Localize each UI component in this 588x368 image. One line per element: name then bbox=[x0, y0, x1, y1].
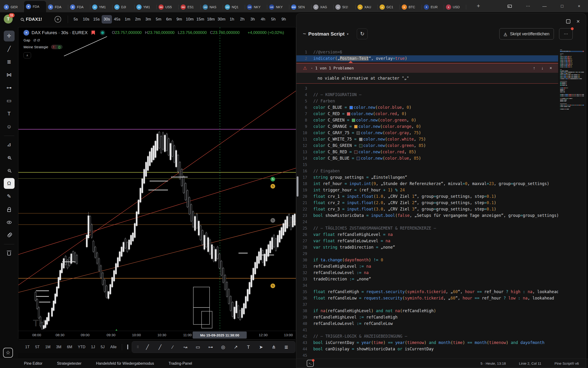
code-line[interactable]: 12color C_BG_GREEN = color.new(color.gre… bbox=[296, 142, 558, 149]
timeframe-1m[interactable]: 1m bbox=[122, 15, 133, 24]
timeframe-30m[interactable]: 30m bbox=[216, 15, 227, 24]
code-line[interactable]: 3 bbox=[296, 85, 558, 92]
code-line[interactable]: 40refCandleLowLevel := refCandleLow bbox=[296, 321, 558, 327]
color-swatch[interactable] bbox=[350, 106, 353, 109]
range-3m[interactable]: 3M bbox=[54, 343, 64, 350]
browser-tab[interactable]: ✕FDA bbox=[46, 2, 68, 12]
time-axis-label[interactable]: 09:30 bbox=[106, 333, 115, 337]
code-line[interactable]: 19int trigger_hour = (ref_hour + 1) % 24 bbox=[296, 187, 558, 193]
ray-line[interactable]: ╱ bbox=[154, 342, 166, 352]
timeframe-3m[interactable]: 3m bbox=[143, 15, 153, 24]
code-line[interactable]: 11color C_WHITE_75 = color.new(color.whi… bbox=[296, 136, 558, 142]
editor-more-button[interactable]: ⋯ bbox=[559, 28, 573, 40]
code-line[interactable]: 45 bbox=[296, 352, 558, 358]
color-swatch[interactable] bbox=[357, 131, 360, 135]
browser-tab[interactable]: 100NQ1 bbox=[223, 2, 245, 12]
code-line[interactable]: 26var float refCandleHighLevel = na bbox=[296, 231, 558, 238]
chart-title[interactable]: DAX Futures · 30s · EUREX bbox=[32, 30, 88, 35]
timeframe-5s[interactable]: 5s bbox=[70, 15, 81, 24]
color-swatch[interactable] bbox=[354, 150, 358, 154]
browser-tab[interactable]: ▲XAG bbox=[311, 2, 333, 12]
xabcd-pattern-tool[interactable]: ⋈ bbox=[4, 69, 15, 80]
time-axis-label[interactable]: 08:30 bbox=[55, 333, 64, 337]
browser-tab[interactable]: 30YM1 bbox=[134, 2, 157, 12]
range-1j[interactable]: 1J bbox=[89, 343, 97, 350]
color-swatch[interactable] bbox=[352, 119, 355, 122]
code-line[interactable]: 30if ta.change(dayofmonth) != 0 bbox=[296, 257, 558, 263]
code-line[interactable]: 28var string tradeDirection = „none“ bbox=[296, 244, 558, 250]
arrow[interactable]: ↗ bbox=[230, 342, 242, 352]
rectangle[interactable]: ▭ bbox=[192, 342, 204, 352]
code-minimap[interactable] bbox=[560, 49, 584, 110]
timeframe-10s[interactable]: 10s bbox=[81, 15, 91, 24]
compare-symbol-button[interactable]: + bbox=[54, 16, 61, 23]
measure-ruler-tool[interactable]: ⊿ bbox=[4, 139, 15, 150]
timeframe-4h[interactable]: 4h bbox=[258, 15, 268, 24]
browser-tab[interactable]: 500ES1 bbox=[179, 2, 201, 12]
editor-close-icon[interactable]: × bbox=[577, 19, 580, 24]
parallel-lines[interactable]: ≣ bbox=[280, 342, 292, 352]
time-axis-label[interactable]: 09:00 bbox=[81, 333, 90, 337]
code-line[interactable]: 33tradeDirection := „none“ bbox=[296, 276, 558, 282]
cursor-arrow[interactable]: ➤ bbox=[255, 342, 267, 352]
code-line[interactable]: 15 bbox=[296, 162, 558, 168]
go-to-date-button[interactable] bbox=[125, 343, 131, 350]
emoji-tool[interactable]: ☺ bbox=[4, 121, 15, 132]
timeframe-9m[interactable]: 9m bbox=[174, 15, 184, 24]
code-line[interactable]: 25// — TÄGLICHES ZUSTANDSMANAGEMENT & RE… bbox=[296, 225, 558, 231]
timeframe-1h[interactable]: 1h bbox=[227, 15, 237, 24]
zoom-in-tool[interactable]: + bbox=[4, 152, 15, 163]
code-line[interactable]: 9color C_ORANGE = color.new(color.orange… bbox=[296, 123, 558, 130]
timeframe-45s[interactable]: 45s bbox=[112, 15, 122, 24]
timeframe-9h[interactable]: 9h bbox=[279, 15, 289, 24]
browser-tab[interactable]: 500US5 bbox=[157, 2, 179, 12]
polyline[interactable]: ↝ bbox=[179, 342, 192, 352]
bottom-tab-pine-editor[interactable]: Pine Editor bbox=[24, 361, 42, 366]
code-line[interactable]: 5// Farben bbox=[296, 98, 558, 104]
trend-line-tool[interactable]: ╱ bbox=[4, 44, 15, 54]
chart-panel[interactable]: ↻↻↻↻TV ✕ DAX Futures · 30s · EUREX O23.7… bbox=[18, 27, 296, 340]
range-alle[interactable]: Alle bbox=[108, 343, 119, 350]
timeframe-10m[interactable]: 10m bbox=[184, 15, 195, 24]
script-title[interactable]: Postman Script bbox=[308, 31, 345, 37]
browser-tab[interactable]: 100NAS bbox=[201, 2, 223, 12]
bottom-tab-strategietester[interactable]: Strategietester bbox=[57, 361, 81, 366]
code-line[interactable]: 36float refCandleLow = request.security(… bbox=[296, 295, 558, 301]
zoom-out-tool[interactable]: − bbox=[4, 165, 15, 176]
code-line[interactable]: 27var float refCandleLowLevel = na bbox=[296, 238, 558, 244]
timeframe-30s[interactable]: 30s bbox=[102, 15, 112, 24]
drawing-lock-tool[interactable]: ✎ bbox=[4, 191, 15, 202]
text[interactable]: T bbox=[242, 342, 255, 352]
browser-tab[interactable]: BBTC bbox=[400, 2, 422, 12]
time-axis-label[interactable]: 11:00 bbox=[183, 333, 192, 337]
magnet-tool[interactable]: Ω bbox=[4, 178, 15, 189]
browser-tab[interactable]: ▲XAU bbox=[356, 2, 378, 12]
code-line[interactable]: 38if na(refCandleHighLevel) and not na(r… bbox=[296, 308, 558, 314]
range-1t[interactable]: 1T bbox=[23, 343, 32, 350]
strategy-status-pill[interactable]: ! {} bbox=[51, 45, 62, 49]
timeframe-15m[interactable]: 15m bbox=[195, 15, 206, 24]
range-ytd[interactable]: YTD bbox=[76, 343, 88, 350]
browser-tab[interactable]: 30DJI bbox=[113, 2, 134, 12]
more-button[interactable]: ⋯ bbox=[524, 0, 532, 12]
refresh-script-button[interactable]: ↻ bbox=[357, 28, 368, 39]
prev-problem-icon[interactable]: ↑ bbox=[533, 66, 535, 71]
gap-indicator-label[interactable]: Gap bbox=[24, 38, 30, 42]
bottom-tab-trading-panel[interactable]: Trading-Panel bbox=[169, 361, 192, 366]
color-swatch[interactable] bbox=[359, 138, 362, 141]
code-line[interactable]: 23bool showHistoricData = input.bool(fal… bbox=[296, 212, 558, 219]
legend-collapse-button[interactable]: ∧ bbox=[24, 52, 31, 58]
code-line[interactable]: 10color C_GRAY_75 = color.new(color.gray… bbox=[296, 130, 558, 136]
bottom-tab-handelsfeld-f-r-wiedergabemodus[interactable]: Handelsfeld für Wiedergabemodus bbox=[96, 361, 154, 366]
color-swatch[interactable] bbox=[354, 125, 358, 128]
pitchfork[interactable]: ⋔ bbox=[268, 342, 280, 352]
code-line[interactable]: 14color C_BG_BLUE = color.new(color.blue… bbox=[296, 155, 558, 162]
crosshair-tool[interactable]: ✛ bbox=[4, 31, 15, 41]
color-swatch[interactable] bbox=[357, 157, 360, 160]
code-line[interactable]: 18int ref_hour = input.int(9, „Stunde de… bbox=[296, 181, 558, 187]
timeframe-3h[interactable]: 3h bbox=[247, 15, 258, 24]
code-line[interactable]: 1//@version=6 bbox=[296, 49, 558, 55]
publish-script-button[interactable]: △+ Skript veröffentlichen bbox=[499, 28, 554, 40]
code-line[interactable]: 43bool isCurrentDay = year(time) == year… bbox=[296, 340, 558, 346]
browser-tab[interactable]: $USD bbox=[444, 2, 466, 12]
